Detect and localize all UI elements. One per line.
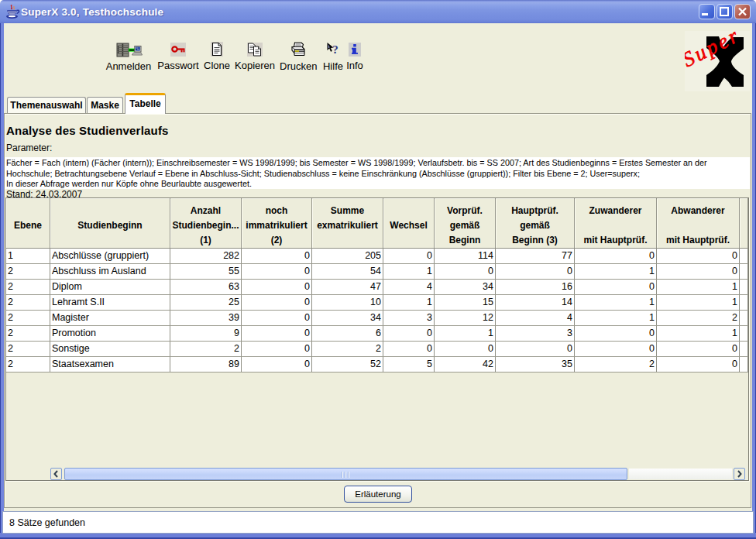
svg-text:?: ? bbox=[332, 43, 338, 56]
